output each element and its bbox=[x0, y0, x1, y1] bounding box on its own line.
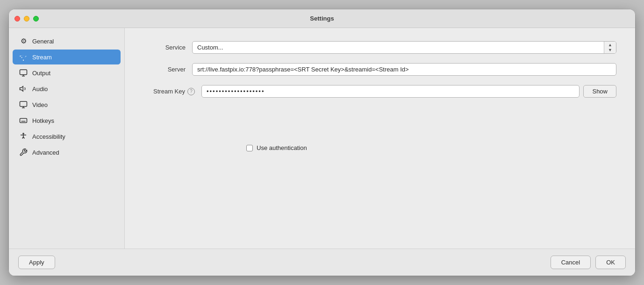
minimize-button[interactable] bbox=[24, 16, 29, 21]
auth-row: Use authentication bbox=[246, 144, 616, 151]
audio-icon bbox=[19, 85, 28, 93]
stream-key-label-wrapper: Stream Key ? bbox=[143, 88, 195, 95]
bottom-right: Cancel OK bbox=[551, 256, 626, 269]
use-authentication-checkbox[interactable] bbox=[246, 145, 253, 151]
sidebar-item-general[interactable]: ⚙ General bbox=[13, 34, 121, 49]
sidebar-item-audio[interactable]: Audio bbox=[13, 81, 121, 96]
svg-rect-8 bbox=[20, 119, 27, 123]
server-input[interactable] bbox=[192, 63, 616, 76]
server-row: Server bbox=[143, 63, 616, 76]
sidebar-label-advanced: Advanced bbox=[32, 149, 59, 156]
sidebar-label-hotkeys: Hotkeys bbox=[32, 117, 54, 124]
ok-button[interactable]: OK bbox=[595, 256, 626, 269]
video-icon bbox=[19, 100, 28, 109]
sidebar-item-stream[interactable]: Stream bbox=[13, 50, 121, 64]
stream-key-wrapper: Show bbox=[201, 85, 616, 98]
stream-icon bbox=[19, 53, 28, 61]
service-label: Service bbox=[143, 44, 186, 51]
sidebar-label-accessibility: Accessibility bbox=[32, 133, 65, 140]
window-title: Settings bbox=[310, 15, 334, 22]
service-select-wrapper[interactable]: Custom... ▲ ▼ bbox=[192, 41, 616, 54]
server-label: Server bbox=[143, 66, 186, 73]
stream-key-row: Stream Key ? Show bbox=[143, 85, 616, 98]
accessibility-icon bbox=[19, 132, 28, 141]
stream-key-label: Stream Key bbox=[153, 88, 185, 95]
service-select-value: Custom... bbox=[193, 42, 604, 53]
help-icon[interactable]: ? bbox=[187, 88, 195, 95]
maximize-button[interactable] bbox=[33, 16, 39, 21]
sidebar-item-hotkeys[interactable]: Hotkeys bbox=[13, 113, 121, 128]
sidebar-item-video[interactable]: Video bbox=[13, 97, 121, 112]
chevron-up-icon: ▲ bbox=[608, 43, 612, 47]
use-authentication-label: Use authentication bbox=[257, 144, 307, 151]
sidebar: ⚙ General Stream bbox=[9, 28, 125, 249]
bottom-bar: Apply Cancel OK bbox=[9, 249, 635, 276]
close-button[interactable] bbox=[14, 16, 20, 21]
traffic-lights bbox=[14, 16, 39, 21]
service-select-arrows[interactable]: ▲ ▼ bbox=[604, 42, 616, 53]
sidebar-label-video: Video bbox=[32, 101, 48, 108]
main-content: ⚙ General Stream bbox=[9, 28, 635, 249]
stream-key-input[interactable] bbox=[201, 85, 580, 98]
sidebar-label-output: Output bbox=[32, 70, 50, 77]
bottom-left: Apply bbox=[18, 256, 55, 269]
cancel-button[interactable]: Cancel bbox=[551, 256, 591, 269]
gear-icon: ⚙ bbox=[19, 37, 28, 45]
advanced-icon bbox=[19, 148, 28, 157]
svg-rect-5 bbox=[20, 101, 27, 107]
svg-point-0 bbox=[23, 60, 24, 61]
settings-window: Settings ⚙ General Stream bbox=[9, 9, 635, 276]
sidebar-item-output[interactable]: Output bbox=[13, 65, 121, 80]
sidebar-label-stream: Stream bbox=[32, 54, 52, 61]
title-bar: Settings bbox=[9, 9, 635, 28]
apply-button[interactable]: Apply bbox=[18, 256, 55, 269]
sidebar-label-general: General bbox=[32, 38, 54, 45]
svg-point-14 bbox=[23, 133, 24, 134]
show-button[interactable]: Show bbox=[583, 85, 616, 98]
sidebar-label-audio: Audio bbox=[32, 86, 48, 93]
chevron-down-icon: ▼ bbox=[608, 48, 612, 52]
content-area: Service Custom... ▲ ▼ Server Stream Key bbox=[125, 28, 635, 249]
svg-rect-1 bbox=[20, 70, 27, 75]
svg-marker-4 bbox=[20, 86, 23, 92]
sidebar-item-accessibility[interactable]: Accessibility bbox=[13, 129, 121, 144]
output-icon bbox=[19, 69, 28, 77]
sidebar-item-advanced[interactable]: Advanced bbox=[13, 145, 121, 160]
hotkeys-icon bbox=[19, 116, 28, 125]
service-row: Service Custom... ▲ ▼ bbox=[143, 41, 616, 54]
